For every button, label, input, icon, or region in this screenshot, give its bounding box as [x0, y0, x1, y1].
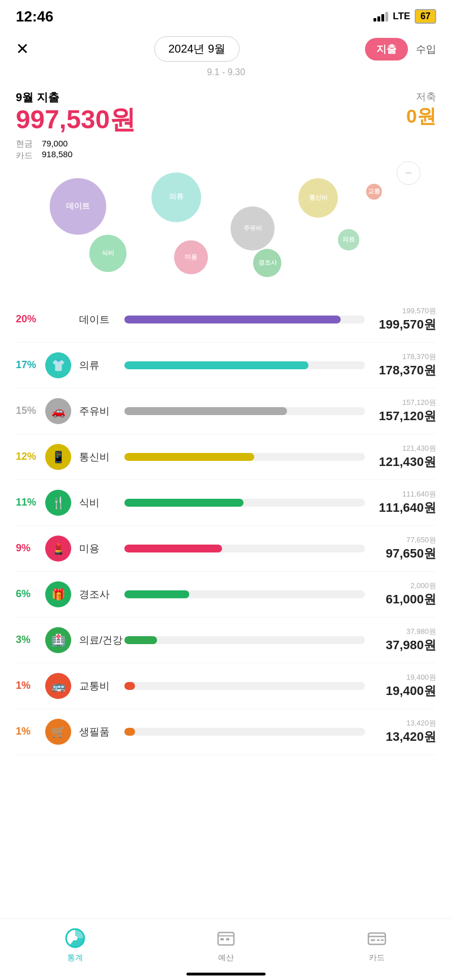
summary-amount: 997,530원 — [16, 105, 136, 134]
cat-bar — [124, 590, 365, 598]
minus-button[interactable]: − — [397, 161, 420, 185]
cat-bar — [124, 361, 365, 369]
svg-point-1 — [73, 936, 77, 940]
cat-icon: 🏥 — [45, 627, 71, 653]
cat-bar — [124, 453, 365, 461]
cat-amount-wrap: 157,120원157,120원 — [374, 398, 436, 425]
card-value: 918,580 — [42, 149, 72, 159]
card-icon — [366, 927, 388, 949]
nav-label-stats: 통계 — [67, 953, 83, 963]
summary-right: 저축 0원 — [406, 90, 436, 129]
category-item[interactable]: 12%📱통신비121,430원121,430원 — [16, 434, 436, 480]
category-item[interactable]: 17%👕의류178,370원178,370원 — [16, 343, 436, 388]
summary-sub: 현금 카드 79,000 918,580 — [16, 139, 136, 161]
category-item[interactable]: 20%데이트199,570원199,570원 — [16, 297, 436, 343]
cat-amount-wrap: 37,980원37,980원 — [374, 627, 436, 654]
cat-amount-main: 157,120원 — [379, 409, 436, 423]
cat-percent: 12% — [16, 451, 45, 463]
category-item[interactable]: 1%🚌교통비19,400원19,400원 — [16, 663, 436, 709]
cat-bar — [124, 316, 365, 323]
date-range: 9.1 - 9.30 — [0, 67, 452, 77]
cat-bar — [124, 728, 365, 736]
cat-name: 의료/건강 — [79, 633, 124, 647]
cat-name: 미용 — [79, 542, 124, 555]
cat-icon: 🍴 — [45, 490, 71, 516]
bubble-미용: 미용 — [174, 240, 208, 274]
bubble-의류: 의류 — [151, 172, 201, 222]
cat-percent: 1% — [16, 680, 45, 692]
cat-bar — [124, 499, 365, 507]
cat-icon: 🎁 — [45, 581, 71, 607]
cat-name: 경조사 — [79, 588, 124, 601]
cat-amount-main: 19,400원 — [386, 684, 436, 698]
signal-icon — [373, 11, 388, 21]
cat-icon: 🛒 — [45, 719, 71, 745]
savings-label: 저축 — [406, 90, 436, 103]
close-button[interactable]: ✕ — [16, 41, 29, 57]
category-list: 20%데이트199,570원199,570원17%👕의류178,370원178,… — [0, 291, 452, 823]
cat-amount-wrap: 13,420원13,420원 — [374, 718, 436, 745]
savings-amount: 0원 — [406, 103, 436, 129]
cat-name: 식비 — [79, 496, 124, 510]
svg-rect-4 — [226, 938, 229, 940]
cat-amount-main: 37,980원 — [386, 638, 436, 652]
header: ✕ 2024년 9월 지출 수입 — [0, 31, 452, 67]
cat-name: 통신비 — [79, 450, 124, 464]
cat-icon: 🚌 — [45, 673, 71, 699]
cat-icon: 🚗 — [45, 398, 71, 424]
values-col: 79,000 918,580 — [42, 139, 72, 161]
svg-rect-8 — [381, 939, 384, 941]
cat-bar — [124, 682, 365, 690]
category-item[interactable]: 9%💄미용77,650원97,650원 — [16, 526, 436, 572]
status-bar: 12:46 LTE 67 — [0, 0, 452, 31]
svg-rect-7 — [377, 939, 380, 941]
bubble-chart: 교통의료경조사미용식비통신비주유비의류데이트 − — [16, 161, 436, 291]
category-item[interactable]: 1%🛒생필품13,420원13,420원 — [16, 709, 436, 755]
cat-amount-top: 2,000원 — [374, 581, 436, 591]
bottom-nav: 통계 예산 카드 — [0, 918, 452, 980]
cat-amount-wrap: 2,000원61,000원 — [374, 581, 436, 608]
cat-amount-top: 13,420원 — [374, 718, 436, 728]
cat-amount-top: 157,120원 — [374, 398, 436, 408]
cat-amount-main: 111,640원 — [379, 500, 436, 515]
month-selector[interactable]: 2024년 9월 — [154, 36, 240, 62]
summary-section: 9월 지출 997,530원 현금 카드 79,000 918,580 저축 0… — [0, 84, 452, 161]
cat-amount-wrap: 178,370원178,370원 — [374, 352, 436, 379]
cat-percent: 6% — [16, 588, 45, 600]
cat-amount-main: 13,420원 — [386, 729, 436, 744]
cat-bar — [124, 545, 365, 552]
cat-amount-main: 97,650원 — [386, 546, 436, 560]
cat-amount-top: 199,570원 — [374, 306, 436, 316]
cat-bar — [124, 636, 365, 644]
cat-percent: 20% — [16, 313, 45, 325]
home-indicator — [186, 973, 266, 975]
tab-expense[interactable]: 지출 — [365, 38, 408, 61]
cat-amount-main: 178,370원 — [379, 363, 436, 377]
cat-percent: 9% — [16, 542, 45, 554]
cat-icon: 👕 — [45, 352, 71, 378]
nav-label-budget: 예산 — [218, 953, 234, 963]
nav-item-budget[interactable]: 예산 — [215, 927, 237, 963]
cat-name: 데이트 — [79, 313, 124, 326]
category-item[interactable]: 15%🚗주유비157,120원157,120원 — [16, 388, 436, 434]
category-item[interactable]: 6%🎁경조사2,000원61,000원 — [16, 572, 436, 618]
svg-rect-5 — [368, 933, 385, 944]
summary-left: 9월 지출 997,530원 현금 카드 79,000 918,580 — [16, 90, 136, 161]
bubble-의료: 의료 — [338, 229, 359, 251]
nav-label-card: 카드 — [369, 953, 385, 963]
header-tabs: 지출 수입 — [365, 38, 436, 61]
category-item[interactable]: 3%🏥의료/건강37,980원37,980원 — [16, 618, 436, 663]
cat-icon: 💄 — [45, 536, 71, 562]
tab-income[interactable]: 수입 — [416, 42, 436, 56]
cat-percent: 1% — [16, 726, 45, 737]
cat-amount-top: 121,430원 — [374, 443, 436, 454]
cat-percent: 11% — [16, 497, 45, 508]
bubble-식비: 식비 — [89, 235, 127, 272]
status-right: LTE 67 — [373, 9, 436, 24]
bubble-통신비: 통신비 — [298, 178, 338, 218]
svg-rect-3 — [220, 938, 224, 940]
nav-item-card[interactable]: 카드 — [366, 927, 388, 963]
category-item[interactable]: 11%🍴식비111,640원111,640원 — [16, 480, 436, 526]
cat-percent: 17% — [16, 359, 45, 371]
nav-item-stats[interactable]: 통계 — [64, 927, 86, 963]
